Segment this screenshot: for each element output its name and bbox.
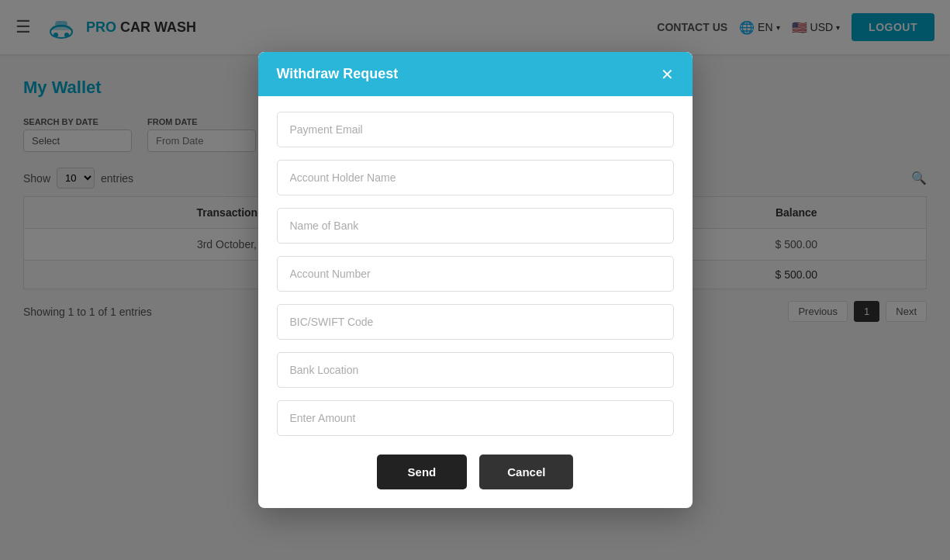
cancel-button[interactable]: Cancel — [479, 455, 573, 489]
modal-title: Withdraw Request — [277, 66, 399, 82]
bic-swift-code-input[interactable] — [277, 304, 674, 340]
send-button[interactable]: Send — [377, 455, 468, 489]
enter-amount-field — [277, 400, 674, 436]
bank-location-field — [277, 352, 674, 388]
name-of-bank-field — [277, 208, 674, 244]
modal-header: Withdraw Request ✕ — [258, 52, 693, 96]
bic-swift-code-field — [277, 304, 674, 340]
account-number-input[interactable] — [277, 256, 674, 292]
name-of-bank-input[interactable] — [277, 208, 674, 244]
account-holder-name-field — [277, 160, 674, 195]
modal-overlay: Withdraw Request ✕ — [0, 0, 950, 560]
modal-close-button[interactable]: ✕ — [661, 67, 674, 82]
account-number-field — [277, 256, 674, 292]
payment-email-field — [277, 112, 674, 147]
withdraw-modal: Withdraw Request ✕ — [258, 52, 693, 508]
account-holder-name-input[interactable] — [277, 160, 674, 195]
payment-email-input[interactable] — [277, 112, 674, 147]
modal-actions: Send Cancel — [277, 455, 674, 489]
bank-location-input[interactable] — [277, 352, 674, 388]
modal-body: Send Cancel — [258, 96, 693, 508]
enter-amount-input[interactable] — [277, 400, 674, 436]
